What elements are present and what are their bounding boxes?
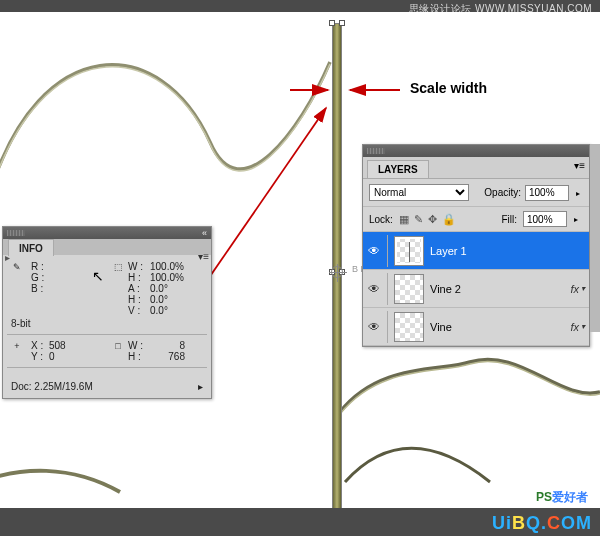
blend-mode-select[interactable]: Normal [369, 184, 469, 201]
chevron-down-icon[interactable]: ▾ [581, 284, 585, 293]
layer-item[interactable]: 👁 Vine fx▾ [363, 308, 589, 346]
lock-row: Lock: ▦ ✎ ✥ 🔒 Fill: 100%▸ [363, 207, 589, 232]
opacity-field[interactable]: 100%▸ [525, 185, 569, 201]
info-y-value: 0 [49, 351, 106, 362]
lock-position-icon[interactable]: ✥ [428, 213, 437, 226]
fill-field[interactable]: 100%▸ [523, 211, 567, 227]
logo-small: PS爱好者 [536, 489, 588, 506]
info-x-label: X : [31, 340, 49, 351]
layer-thumbnail[interactable] [394, 274, 424, 304]
chevron-down-icon[interactable]: ▾ [581, 322, 585, 331]
layer-name[interactable]: Vine 2 [430, 283, 564, 295]
fill-label: Fill: [501, 214, 517, 225]
panel-header[interactable] [363, 145, 589, 157]
info-body: ✎ R : G : B : ⬚ W :100.0% H :100.0% A :0… [3, 255, 211, 377]
info-tab[interactable]: INFO [8, 239, 54, 256]
lock-transparent-icon[interactable]: ▦ [399, 213, 409, 226]
info-panel[interactable]: « ▸ INFO ▾≡ ✎ R : G : B : ⬚ W :100.0% H … [2, 226, 212, 399]
layer-item[interactable]: 👁 Vine 2 fx▾ [363, 270, 589, 308]
visibility-icon[interactable]: 👁 [367, 282, 381, 296]
info-w2-value: 8 [150, 340, 203, 351]
info-vskew-label: V : [128, 305, 150, 316]
dimensions-icon: □ [112, 340, 124, 352]
info-r-label: R : [31, 261, 106, 272]
info-bit: 8-bit [11, 318, 203, 329]
info-g-label: G : [31, 272, 106, 283]
info-h2-value: 768 [150, 351, 203, 362]
info-a-value: 0.0° [150, 283, 203, 294]
layer-name[interactable]: Layer 1 [430, 245, 585, 257]
layer-name[interactable]: Vine [430, 321, 564, 333]
info-w1-label: W : [128, 261, 150, 272]
logo-bottom: UiBQ.COM [492, 513, 592, 534]
info-h1-value: 100.0% [150, 272, 203, 283]
layer-item[interactable]: 👁 Layer 1 [363, 232, 589, 270]
visibility-icon[interactable]: 👁 [367, 244, 381, 258]
layer-thumbnail[interactable] [394, 236, 424, 266]
crosshair-icon: + [11, 340, 23, 352]
info-w2-label: W : [128, 340, 150, 351]
info-x-value: 508 [49, 340, 106, 351]
expand-icon[interactable]: ▸ [5, 252, 10, 263]
layers-panel[interactable]: LAYERS ▾≡ Normal Opacity: 100%▸ Lock: ▦ … [362, 144, 590, 347]
lock-label: Lock: [369, 214, 393, 225]
info-h1-label: H : [128, 272, 150, 283]
panel-menu-icon[interactable]: ▾≡ [574, 160, 585, 171]
info-h2-label: H : [128, 351, 150, 362]
chevron-right-icon[interactable]: ▸ [198, 381, 203, 392]
info-footer: Doc: 2.25M/19.6M ▸ [3, 377, 211, 398]
info-hskew-label: H : [128, 294, 150, 305]
eyedropper-icon: ✎ [11, 261, 23, 273]
visibility-icon[interactable]: 👁 [367, 320, 381, 334]
collapse-icon[interactable]: « [202, 228, 207, 238]
app-frame: 思缘设计论坛 WWW.MISSYUAN.COM B B [0, 0, 600, 536]
info-w1-value: 100.0% [150, 261, 203, 272]
annotation-label: Scale width [410, 80, 487, 96]
chevron-right-icon[interactable]: ▸ [574, 215, 578, 224]
info-y-label: Y : [31, 351, 49, 362]
panel-menu-icon[interactable]: ▾≡ [198, 251, 209, 262]
grip-icon[interactable] [367, 148, 385, 154]
info-hskew-value: 0.0° [150, 294, 203, 305]
info-a-label: A : [128, 283, 150, 294]
info-vskew-value: 0.0° [150, 305, 203, 316]
opacity-label: Opacity: [484, 187, 521, 198]
layer-thumbnail[interactable] [394, 312, 424, 342]
lock-pixels-icon[interactable]: ✎ [414, 213, 423, 226]
layers-tab[interactable]: LAYERS [367, 160, 429, 178]
fx-indicator[interactable]: fx▾ [570, 283, 585, 295]
grip-icon[interactable] [7, 230, 25, 236]
fx-indicator[interactable]: fx▾ [570, 321, 585, 333]
chevron-right-icon[interactable]: ▸ [576, 189, 580, 198]
panel-header[interactable]: « [3, 227, 211, 239]
info-b-label: B : [31, 283, 106, 294]
panel-edge [590, 144, 600, 332]
blend-row: Normal Opacity: 100%▸ [363, 179, 589, 207]
lock-all-icon[interactable]: 🔒 [442, 213, 456, 226]
transform-icon: ⬚ [112, 261, 124, 273]
